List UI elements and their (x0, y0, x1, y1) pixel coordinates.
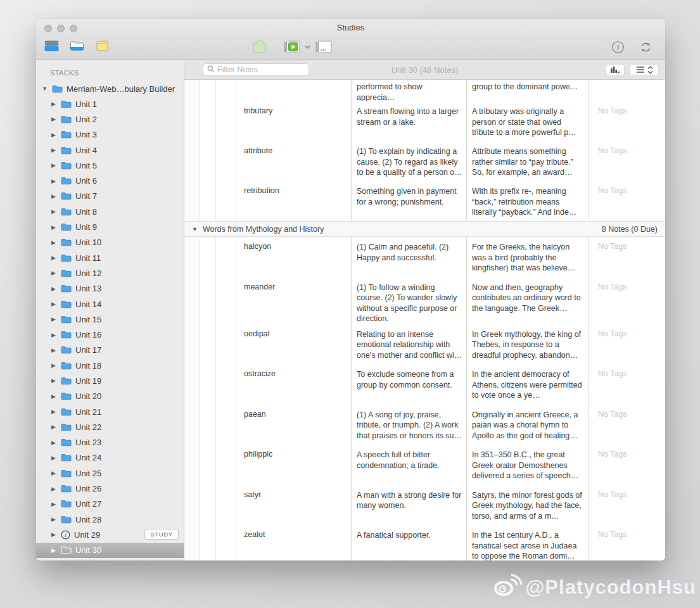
chevron-collapsed-icon[interactable]: ▶ (50, 440, 57, 446)
chevron-collapsed-icon[interactable]: ▶ (50, 316, 57, 322)
sidebar-unit-item[interactable]: ▶ i Unit 2 (36, 111, 184, 127)
chevron-collapsed-icon[interactable]: ▶ (50, 301, 57, 307)
sidebar-unit-item[interactable]: ▶ i Unit 15 (36, 312, 184, 327)
chevron-collapsed-icon[interactable]: ▶ (50, 147, 57, 153)
chevron-collapsed-icon[interactable]: ▶ (50, 516, 57, 522)
note-tags-cell: No Tags (589, 277, 665, 324)
chevron-collapsed-icon[interactable]: ▶ (50, 347, 57, 353)
sidebar-unit-item[interactable]: ▶ i Unit 29 STUDY (36, 527, 184, 542)
chevron-collapsed-icon[interactable]: ▶ (50, 393, 57, 400)
note-row[interactable]: paean (1) A song of joy, praise, tribute… (184, 405, 665, 445)
chevron-collapsed-icon[interactable]: ▶ (50, 101, 57, 107)
chevron-collapsed-icon[interactable]: ▶ (50, 501, 57, 507)
sidebar-unit-item[interactable]: ▶ i Unit 12 (36, 265, 184, 281)
note-row[interactable]: philippic A speech full of bitter condem… (184, 445, 665, 485)
chevron-down-icon[interactable] (305, 45, 310, 49)
note-term-cell: paean (236, 405, 352, 445)
chevron-collapsed-icon[interactable]: ▶ (50, 162, 57, 168)
sidebar-unit-item[interactable]: ▶ i Unit 5 (36, 158, 184, 173)
chevron-collapsed-icon[interactable]: ▶ (50, 424, 57, 430)
filter-notes-input[interactable] (217, 65, 305, 74)
sidebar-unit-item[interactable]: ▶ i Unit 7 (36, 189, 184, 204)
sidebar-unit-item[interactable]: ▶ i Unit 19 (36, 373, 184, 388)
stacks-icon[interactable] (44, 41, 59, 51)
sidebar-unit-item[interactable]: ▶ i Unit 22 (36, 419, 184, 434)
clipboard-icon[interactable] (253, 41, 266, 53)
chevron-collapsed-icon[interactable]: ▶ (50, 377, 57, 384)
note-tags-cell (589, 80, 665, 101)
sidebar-unit-item[interactable]: ▶ i Unit 17 (36, 343, 184, 358)
sidebar-unit-item[interactable]: ▶ i Unit 6 (36, 173, 184, 188)
chevron-collapsed-icon[interactable]: ▶ (50, 193, 57, 200)
note-row[interactable]: zealot A fanatical supporter. In the 1st… (184, 525, 665, 560)
chevron-collapsed-icon[interactable]: ▶ (50, 408, 57, 415)
sidebar-unit-item[interactable]: ▶ i Unit 28 (36, 512, 184, 527)
sidebar-unit-item[interactable]: ▶ i Unit 8 (36, 204, 184, 219)
chevron-collapsed-icon[interactable]: ▶ (50, 531, 57, 538)
chevron-collapsed-icon[interactable]: ▶ (50, 255, 57, 261)
sidebar-unit-item[interactable]: ▶ i Unit 3 (36, 127, 184, 142)
note-gutter-cell (216, 80, 236, 101)
sidebar-unit-item[interactable]: ▶ i Unit 18 (36, 358, 184, 373)
sidebar-unit-item[interactable]: ▶ i Unit 1 (36, 96, 184, 111)
note-row[interactable]: meander (1) To follow a winding course. … (184, 277, 665, 324)
note-row-partial[interactable]: performed to show apprecia… group to the… (184, 80, 665, 101)
note-gutter-cell (184, 277, 200, 324)
sidebar-unit-item[interactable]: ▶ i Unit 10 (36, 235, 184, 250)
sidebar-unit-item[interactable]: ▶ i Unit 16 (36, 327, 184, 342)
info-circle-icon[interactable]: i (61, 530, 70, 540)
sidebar-unit-item[interactable]: ▶ i Unit 14 (36, 296, 184, 312)
chevron-collapsed-icon[interactable]: ▶ (50, 455, 57, 461)
sidebar-unit-item[interactable]: ▶ i Unit 21 (36, 404, 184, 419)
note-gutter-cell (216, 181, 236, 221)
chevron-collapsed-icon[interactable]: ▶ (50, 286, 57, 292)
info-icon[interactable]: i (611, 41, 625, 54)
sidebar-unit-item[interactable]: ▶ i Unit 24 (36, 450, 184, 466)
chevron-collapsed-icon[interactable]: ▶ (50, 116, 57, 122)
chevron-collapsed-icon[interactable]: ▶ (50, 332, 57, 338)
chevron-expanded-icon[interactable]: ▼ (192, 226, 198, 232)
chevron-collapsed-icon[interactable]: ▶ (50, 362, 57, 369)
chevron-collapsed-icon[interactable]: ▶ (50, 239, 57, 246)
note-row[interactable]: ostracize To exclude someone from a grou… (184, 364, 665, 405)
note-icon[interactable] (96, 41, 108, 51)
note-row[interactable]: satyr A man with a strong desire for man… (184, 485, 665, 526)
sidebar-unit-item[interactable]: ▶ i Unit 23 (36, 435, 184, 450)
sidebar-unit-item[interactable]: ▶ i Unit 13 (36, 281, 184, 296)
sidebar-unit-item[interactable]: ▶ i Unit 30 (36, 543, 184, 558)
chevron-collapsed-icon[interactable]: ▶ (50, 470, 57, 476)
flashcard-icon[interactable] (315, 41, 332, 53)
note-row[interactable]: attribute (1) To explain by indicating a… (184, 141, 665, 181)
sidebar-unit-item[interactable]: ▶ i Unit 11 (36, 250, 184, 265)
chevron-collapsed-icon[interactable]: ▶ (50, 208, 57, 215)
sidebar-unit-item[interactable]: ▶ i Unit 25 (36, 466, 184, 481)
watermark-text: @PlatycodonHsu (525, 576, 696, 599)
note-row[interactable]: tributary A stream flowing into a larger… (184, 101, 665, 141)
section-header[interactable]: ▼ Words from Mythology and History 8 Not… (184, 221, 665, 237)
chevron-expanded-icon[interactable]: ▼ (41, 86, 48, 92)
filter-search[interactable] (203, 63, 309, 76)
sidebar-unit-item[interactable]: ▶ i Unit 26 (36, 481, 184, 496)
chevron-collapsed-icon[interactable]: ▶ (50, 270, 57, 276)
sidebar-unit-item[interactable]: ▶ i Unit 27 (36, 497, 184, 512)
chevron-collapsed-icon[interactable]: ▶ (50, 486, 57, 492)
study-badge[interactable]: STUDY (144, 529, 179, 540)
sidebar-root-stack[interactable]: ▼ Merriam-Web…bulary Builder (36, 81, 184, 96)
chevron-collapsed-icon[interactable]: ▶ (50, 224, 57, 231)
chevron-collapsed-icon[interactable]: ▶ (50, 547, 57, 554)
note-row[interactable]: halcyon (1) Calm and peaceful. (2) Happy… (184, 237, 665, 277)
notes-group-section: halcyon (1) Calm and peaceful. (2) Happy… (184, 237, 665, 560)
statistics-button[interactable] (606, 64, 625, 76)
note-row[interactable]: oedipal Relating to an intense emotional… (184, 324, 665, 365)
sidebar-unit-item[interactable]: ▶ i Unit 4 (36, 142, 184, 158)
folder-icon[interactable] (70, 41, 84, 51)
chevron-collapsed-icon[interactable]: ▶ (50, 132, 57, 138)
view-sort-button[interactable] (630, 64, 659, 76)
chevron-collapsed-icon[interactable]: ▶ (50, 178, 57, 184)
sync-icon[interactable] (639, 41, 652, 54)
note-row[interactable]: retribution Something given in payment f… (184, 181, 665, 221)
folder-icon (61, 546, 72, 554)
sidebar-unit-item[interactable]: ▶ i Unit 20 (36, 389, 184, 404)
study-play-icon[interactable] (283, 41, 300, 53)
sidebar-unit-item[interactable]: ▶ i Unit 9 (36, 219, 184, 234)
